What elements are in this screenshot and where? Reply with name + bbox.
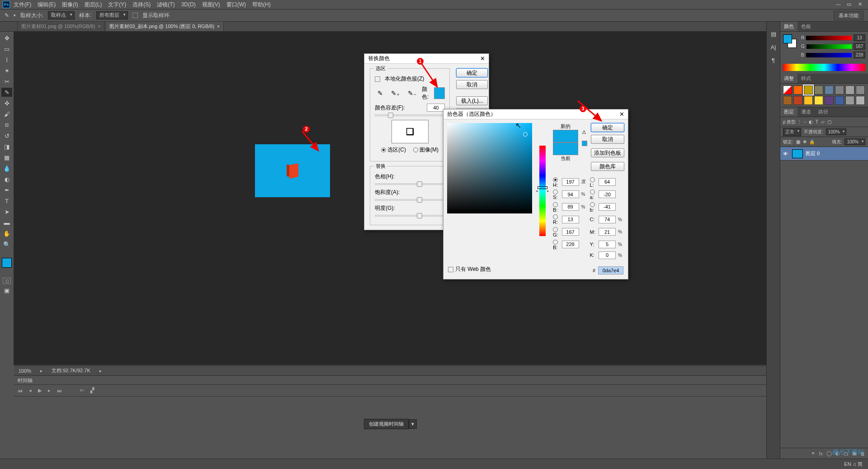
filter-image-icon[interactable]: ▫ — [804, 119, 806, 124]
lock-position-icon[interactable]: ✥ — [803, 139, 807, 144]
history-panel-icon[interactable]: ▤ — [771, 31, 776, 38]
workspace-basic-button[interactable]: 基本功能 — [834, 11, 863, 20]
paragraph-panel-icon[interactable]: ¶ — [772, 57, 775, 64]
tolerance-input[interactable] — [427, 104, 445, 112]
crop-tool[interactable]: ✂ — [1, 77, 12, 86]
style-swatch[interactable] — [856, 96, 865, 105]
maximize-button[interactable]: ▭ — [844, 1, 854, 8]
style-swatch[interactable] — [845, 85, 854, 95]
style-swatch[interactable] — [783, 96, 792, 105]
menu-type[interactable]: 文字(Y) — [108, 1, 126, 9]
g-slider[interactable] — [807, 44, 852, 49]
hand-tool[interactable]: ✋ — [1, 229, 12, 238]
color-panel-tab[interactable]: 颜色 — [780, 22, 797, 31]
blur-tool[interactable]: 💧 — [1, 164, 12, 173]
menu-3d[interactable]: 3D(D) — [181, 1, 196, 8]
k-input[interactable] — [599, 251, 616, 259]
menu-help[interactable]: 帮助(H) — [252, 1, 271, 9]
selection-radio[interactable]: 选区(C) — [381, 146, 406, 154]
eraser-tool[interactable]: ◨ — [1, 142, 12, 151]
load-button[interactable]: 载入(L)... — [456, 96, 488, 105]
r-radio[interactable] — [553, 214, 558, 219]
pen-tool[interactable]: ✒ — [1, 185, 12, 194]
menu-filter[interactable]: 滤镜(T) — [157, 1, 175, 9]
filter-smart-icon[interactable]: ▢ — [827, 119, 831, 124]
bl-input[interactable] — [562, 241, 579, 248]
b-slider[interactable] — [806, 53, 852, 57]
lasso-tool[interactable]: ⌇ — [1, 55, 12, 64]
next-frame-icon[interactable]: ▸ — [48, 388, 51, 393]
history-brush-tool[interactable]: ↺ — [1, 131, 12, 140]
filter-text-icon[interactable]: T — [816, 119, 818, 124]
g-value[interactable]: 167 — [854, 43, 865, 50]
layer-row-0[interactable]: 👁 图层 0 — [780, 147, 868, 161]
character-panel-icon[interactable]: A| — [770, 44, 776, 51]
style-swatch[interactable] — [825, 96, 834, 105]
style-swatch[interactable] — [825, 85, 834, 95]
foreground-color-swatch[interactable] — [2, 258, 12, 268]
ime-indicator[interactable]: EN ♫ 简 — [844, 461, 863, 468]
websafe-icon[interactable] — [582, 141, 587, 146]
style-swatch[interactable] — [845, 96, 854, 105]
quick-select-tool[interactable]: ✶ — [1, 66, 12, 75]
style-swatch[interactable] — [814, 85, 823, 95]
h-radio[interactable] — [553, 177, 558, 182]
hue-slider[interactable] — [539, 146, 546, 236]
layer-fx-icon[interactable]: fx — [819, 451, 823, 456]
menu-select[interactable]: 选择(S) — [132, 1, 151, 9]
paths-tab[interactable]: 路径 — [815, 107, 832, 117]
link-layers-icon[interactable]: ⚭ — [811, 450, 815, 456]
color-library-button[interactable]: 颜色库 — [591, 162, 624, 171]
s-input[interactable] — [562, 190, 579, 198]
a-input[interactable] — [599, 190, 616, 198]
blend-mode-dropdown[interactable]: 正常 — [783, 128, 801, 136]
opacity-value[interactable]: 100% — [826, 128, 847, 135]
close-icon[interactable]: ✕ — [480, 55, 485, 62]
sample-dropdown[interactable]: 所有图层 — [96, 11, 128, 19]
swatches-panel-tab[interactable]: 色板 — [797, 22, 815, 31]
style-swatch[interactable] — [793, 85, 802, 95]
menu-image[interactable]: 图像(I) — [62, 1, 78, 9]
m-input[interactable] — [599, 228, 616, 236]
gamut-warning-icon[interactable]: ⚠ — [582, 129, 586, 135]
color-field[interactable] — [447, 123, 532, 213]
gradient-tool[interactable]: ▦ — [1, 153, 12, 162]
play-icon[interactable]: ▶ — [38, 388, 42, 393]
layer-name[interactable]: 图层 0 — [806, 150, 820, 157]
dodge-tool[interactable]: ◐ — [1, 175, 12, 184]
shape-tool[interactable]: ▬ — [1, 218, 12, 227]
filter-shape-icon[interactable]: ▱ — [821, 119, 825, 124]
doc-arrow-icon[interactable]: ▸ — [99, 369, 102, 373]
style-swatch[interactable] — [856, 85, 865, 95]
zoom-arrow-icon[interactable]: ▸ — [40, 369, 42, 373]
styles-tab[interactable]: 样式 — [797, 74, 815, 83]
fill-value[interactable]: 100% — [844, 138, 865, 145]
eyedropper-sub-icon[interactable]: ✎₋ — [408, 90, 416, 97]
color-spectrum[interactable] — [783, 64, 865, 71]
stamp-tool[interactable]: ⧈ — [1, 120, 12, 129]
bv-input[interactable] — [562, 203, 579, 211]
transition-icon[interactable]: ▞ — [90, 388, 94, 393]
show-ring-checkbox[interactable] — [132, 13, 138, 18]
lightness-slider[interactable] — [375, 215, 445, 217]
hue-slider[interactable] — [375, 183, 445, 185]
close-icon[interactable]: × — [98, 24, 100, 29]
healing-tool[interactable]: ✜ — [1, 99, 12, 108]
goto-start-icon[interactable]: ⏮ — [18, 388, 23, 393]
visibility-icon[interactable]: 👁 — [783, 151, 789, 156]
localized-checkbox[interactable] — [375, 76, 380, 82]
source-color-swatch[interactable] — [434, 87, 445, 99]
style-swatch[interactable] — [793, 96, 802, 105]
a-radio[interactable] — [590, 189, 595, 194]
b-value[interactable]: 228 — [854, 52, 865, 58]
style-swatch[interactable] — [783, 85, 792, 95]
zoom-level[interactable]: 100% — [19, 368, 31, 374]
l-radio[interactable] — [590, 177, 595, 182]
cut-icon[interactable]: ✄ — [80, 388, 84, 393]
eyedropper-icon[interactable]: ✎ — [377, 90, 383, 97]
c-input[interactable] — [599, 216, 616, 223]
add-swatch-button[interactable]: 添加到色板 — [591, 148, 624, 157]
timeline-tab[interactable]: 时间轴 — [14, 376, 766, 385]
picker-cancel-button[interactable]: 取消 — [591, 135, 624, 144]
ok-button[interactable]: 确定 — [456, 68, 488, 77]
